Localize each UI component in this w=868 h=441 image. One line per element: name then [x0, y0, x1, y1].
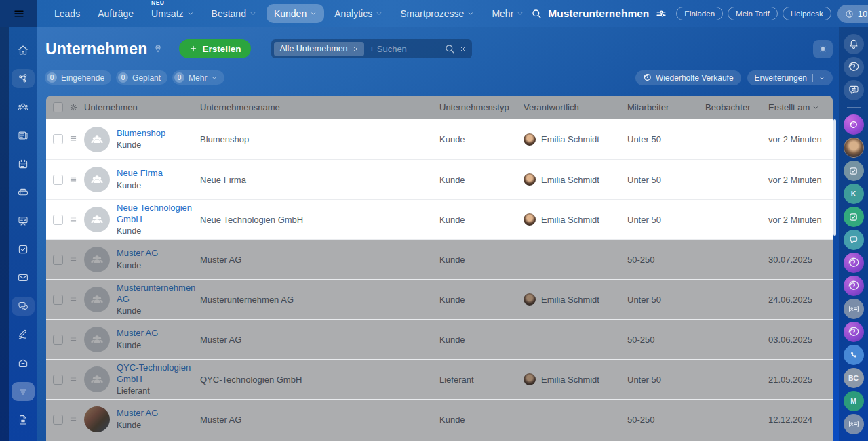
- menu-item-umsatz[interactable]: NEUUmsatz: [144, 4, 201, 23]
- topbar-button-helpdesk[interactable]: Helpdesk: [783, 7, 831, 20]
- company-link[interactable]: Neue Technologien GmbH: [117, 203, 192, 224]
- sidebar-item-network[interactable]: [12, 69, 35, 88]
- company-link[interactable]: Muster AG: [117, 408, 158, 418]
- rail-chat-sync-button[interactable]: [844, 80, 864, 100]
- company-link[interactable]: Blumenshop: [117, 128, 165, 138]
- sidebar-item-file[interactable]: [12, 411, 35, 429]
- rail-chat-item-spiral[interactable]: [844, 253, 864, 273]
- table-row[interactable]: BlumenshopKundeBlumenshopKundeEmilia Sch…: [46, 119, 833, 159]
- table-row[interactable]: Muster AGKundeMuster AGKunde50-25030.07.…: [46, 239, 833, 279]
- rail-chat-item-m[interactable]: M: [844, 391, 864, 411]
- menu-item-bestand[interactable]: Bestand: [204, 4, 264, 23]
- rail-chat-item-k[interactable]: K: [844, 184, 864, 204]
- company-link[interactable]: QYC-Technologien GmbH: [117, 362, 191, 384]
- sliders-icon[interactable]: [655, 7, 667, 20]
- drag-handle-icon[interactable]: [68, 174, 78, 186]
- company-link[interactable]: Musterunternehmen AG: [117, 282, 195, 304]
- filter-clear-icon[interactable]: [460, 46, 466, 52]
- rail-chat-item-check-square[interactable]: [844, 207, 864, 227]
- column-header-verantwortlich[interactable]: Verantwortlich: [524, 102, 627, 112]
- create-button[interactable]: Erstellen: [179, 39, 251, 58]
- table-row[interactable]: Musterunternehmen AGKundeMusterunternehm…: [46, 279, 833, 319]
- rail-chat-item-card[interactable]: [844, 299, 864, 319]
- row-checkbox[interactable]: [53, 375, 63, 385]
- filter-chip[interactable]: Alle Unternehmen: [274, 42, 363, 56]
- repeat-sales-button[interactable]: Wiederholte Verkäufe: [635, 70, 741, 85]
- row-checkbox[interactable]: [53, 175, 63, 185]
- table-row[interactable]: QYC-Technologien GmbHLieferantQYC-Techno…: [46, 359, 833, 399]
- topbar-button-mein-tarif[interactable]: Mein Tarif: [728, 7, 778, 20]
- company-link[interactable]: Muster AG: [117, 328, 158, 338]
- column-header-erstellt-am[interactable]: Erstellt am: [768, 102, 833, 112]
- view-settings-button[interactable]: [813, 40, 833, 58]
- filter-search-icon[interactable]: [444, 43, 455, 54]
- drag-handle-icon[interactable]: [68, 133, 78, 145]
- drag-handle-icon[interactable]: [68, 254, 78, 266]
- menu-item-kunden[interactable]: Kunden: [267, 4, 324, 23]
- search-icon[interactable]: [531, 8, 542, 19]
- rail-chat-item-card[interactable]: [844, 414, 864, 434]
- counter-geplant[interactable]: 0Geplant: [116, 70, 167, 85]
- select-all-checkbox[interactable]: [53, 102, 63, 112]
- table-row[interactable]: Muster AGKundeMuster AGKunde50-25012.12.…: [46, 399, 833, 439]
- rail-chat-item-phone[interactable]: [844, 345, 864, 365]
- rail-copilot-button[interactable]: [844, 114, 864, 135]
- sidebar-item-pen[interactable]: [12, 325, 35, 344]
- sidebar-item-users[interactable]: [12, 98, 35, 117]
- menu-item-leads[interactable]: Leads: [47, 4, 87, 23]
- rail-chat-item-bc[interactable]: BC: [844, 368, 864, 388]
- column-header-unternehmensname[interactable]: Unternehmensname: [200, 102, 439, 112]
- menu-item-auftr-ge[interactable]: Aufträge: [90, 4, 141, 23]
- row-checkbox[interactable]: [53, 415, 63, 425]
- filter-search-bar[interactable]: Alle Unternehmen + Suchen: [271, 39, 472, 58]
- column-header-unternehmenstyp[interactable]: Unternehmenstyp: [439, 102, 524, 112]
- counter-eingehende[interactable]: 0Eingehende: [45, 70, 111, 85]
- company-link[interactable]: Neue Firma: [117, 168, 163, 178]
- rail-chat-item-spiral[interactable]: [844, 322, 864, 342]
- topbar-button-einladen[interactable]: Einladen: [676, 7, 723, 20]
- column-header-beobachter[interactable]: Beobachter: [705, 102, 768, 112]
- sidebar-item-mail[interactable]: [12, 268, 35, 287]
- drag-handle-icon[interactable]: [68, 414, 78, 425]
- row-checkbox[interactable]: [53, 255, 63, 265]
- sidebar-item-news[interactable]: [12, 126, 35, 145]
- pin-icon[interactable]: [153, 44, 163, 54]
- rail-spiral-button[interactable]: [844, 57, 864, 77]
- company-link[interactable]: Muster AG: [117, 248, 158, 258]
- extensions-button[interactable]: Erweiterungen: [747, 70, 833, 85]
- sidebar-item-box[interactable]: [12, 354, 35, 373]
- sidebar-item-home[interactable]: [12, 41, 35, 60]
- counter-mehr[interactable]: 0Mehr: [172, 70, 224, 85]
- sidebar-item-chat[interactable]: [12, 297, 35, 316]
- hamburger-menu-icon[interactable]: [13, 7, 25, 20]
- table-row[interactable]: Neue FirmaKundeNeue FirmaKundeEmilia Sch…: [46, 159, 833, 199]
- table-row[interactable]: Neue Technologien GmbHKundeNeue Technolo…: [46, 199, 833, 239]
- sidebar-item-calendar[interactable]: [12, 154, 35, 173]
- rail-bell-button[interactable]: [844, 34, 864, 54]
- chip-close-icon[interactable]: [353, 46, 359, 52]
- sidebar-item-drive[interactable]: [12, 183, 35, 202]
- drag-handle-icon[interactable]: [68, 334, 78, 345]
- column-header-unternehmen[interactable]: Unternehmen: [84, 102, 200, 112]
- row-checkbox[interactable]: [53, 295, 63, 305]
- row-checkbox[interactable]: [53, 134, 63, 144]
- drag-handle-icon[interactable]: [68, 294, 78, 306]
- search-placeholder[interactable]: + Suchen: [370, 44, 445, 54]
- clock-widget[interactable]: 10:55: [837, 5, 868, 23]
- table-row[interactable]: Muster AGKundeMuster AGKunde50-25003.06.…: [46, 319, 833, 359]
- rail-user-avatar[interactable]: [844, 138, 864, 158]
- menu-item-smartprozesse[interactable]: Smartprozesse: [393, 4, 481, 23]
- rail-chat-item-check-square[interactable]: [844, 161, 864, 181]
- row-checkbox[interactable]: [53, 335, 63, 345]
- drag-handle-icon[interactable]: [68, 214, 78, 226]
- menu-item-mehr[interactable]: Mehr: [484, 4, 531, 23]
- sidebar-item-board[interactable]: [12, 211, 35, 230]
- scrollbar-thumb[interactable]: [833, 119, 836, 236]
- workspace-name[interactable]: Musterunternehmen: [548, 7, 649, 20]
- rail-chat-item-spiral[interactable]: [844, 276, 864, 296]
- sidebar-item-funnel[interactable]: [12, 382, 35, 401]
- row-checkbox[interactable]: [53, 215, 63, 225]
- column-header-mitarbeiter[interactable]: Mitarbeiter: [627, 102, 705, 112]
- drag-handle-icon[interactable]: [68, 374, 78, 385]
- sidebar-item-task[interactable]: [12, 240, 35, 259]
